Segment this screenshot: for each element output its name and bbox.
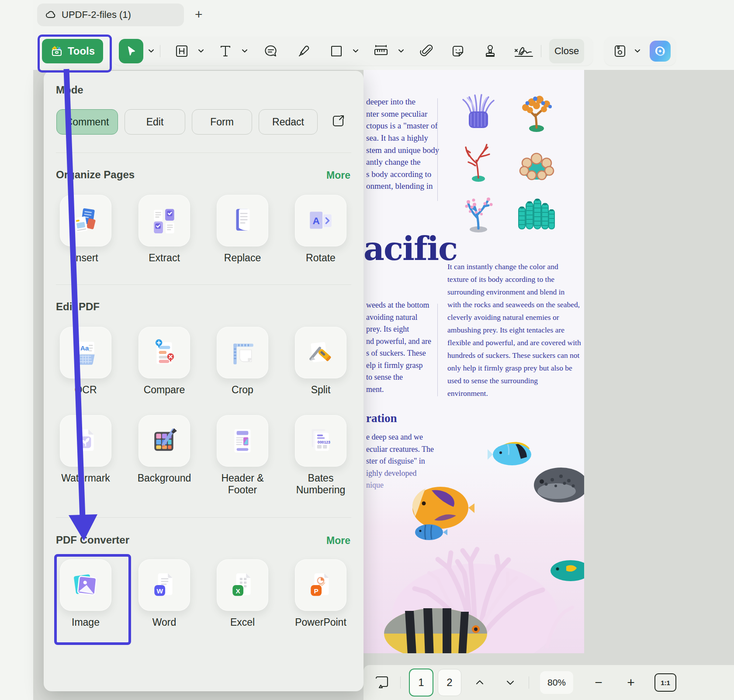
tool-item-insert[interactable]: Insert <box>51 195 121 264</box>
zoom-level[interactable]: 80% <box>540 671 573 694</box>
previous-page-button[interactable] <box>472 677 488 688</box>
tool-item-extract[interactable]: Extract <box>129 195 199 264</box>
tools-label: Tools <box>68 45 95 57</box>
tool-item-rotate[interactable]: A Rotate <box>286 195 356 264</box>
sticker-icon <box>450 44 465 59</box>
text-tool-button[interactable] <box>217 42 234 60</box>
open-in-new-icon <box>331 114 346 128</box>
column-divider <box>437 304 438 396</box>
crop-icon <box>228 338 257 367</box>
heading-tool-button[interactable] <box>173 42 190 60</box>
tool-item-ocr[interactable]: Aa OCR <box>51 327 121 396</box>
text-tool-caret[interactable] <box>240 46 249 55</box>
column-divider <box>437 98 438 201</box>
signature-icon <box>513 44 535 59</box>
tab-title: UPDF-2-files (1) <box>62 9 131 21</box>
tool-item-compare[interactable]: Compare <box>129 327 199 396</box>
attach-tool-button[interactable] <box>418 42 435 60</box>
tool-item-bates[interactable]: 000123 Bates Numbering <box>286 415 356 496</box>
panel-divider <box>56 152 351 153</box>
signature-tool-button[interactable] <box>513 42 536 60</box>
chevron-down-icon <box>240 46 249 55</box>
sticker-tool-button[interactable] <box>449 42 467 60</box>
ai-assistant-button[interactable] <box>650 41 671 62</box>
insert-icon <box>71 206 100 235</box>
tool-item-crop[interactable]: Crop <box>208 327 277 396</box>
mode-form-button[interactable]: Form <box>192 109 252 135</box>
save-button[interactable] <box>611 42 629 60</box>
measure-tool-button[interactable] <box>372 42 390 60</box>
close-button[interactable]: Close <box>549 39 584 63</box>
document-tab[interactable]: UPDF-2-files (1) <box>37 3 184 26</box>
page-1-button[interactable]: 1 <box>409 669 433 697</box>
chevron-up-icon <box>474 677 485 688</box>
shape-tool-button[interactable] <box>328 42 345 60</box>
toolbar-divider <box>160 45 160 57</box>
ai-swirl-icon <box>653 44 668 59</box>
save-caret[interactable] <box>633 46 642 55</box>
stamp-icon <box>483 44 498 59</box>
watermark-icon <box>71 426 100 455</box>
tool-item-replace[interactable]: Replace <box>208 195 277 264</box>
stamp-tool-button[interactable] <box>481 42 499 60</box>
tool-item-excel[interactable]: X Excel <box>208 559 277 628</box>
excel-converter-icon: X <box>228 571 257 600</box>
tools-button[interactable]: Tools <box>42 39 103 63</box>
mode-redact-button[interactable]: Redact <box>259 109 318 135</box>
highlight-tool-button[interactable] <box>295 42 313 60</box>
mode-comment-button[interactable]: Comment <box>56 109 118 135</box>
heading-icon <box>174 44 189 59</box>
tools-panel: Mode Comment Edit Form Redact Organize P… <box>44 71 364 691</box>
page-2-button[interactable]: 2 <box>438 669 461 696</box>
next-page-button[interactable] <box>502 677 518 688</box>
tool-item-background[interactable]: Background <box>129 415 199 484</box>
figure-pink-blue-coral <box>454 187 502 235</box>
mode-edit-button[interactable]: Edit <box>125 109 185 135</box>
organize-more-link[interactable]: More <box>326 170 350 181</box>
bottom-bar: 1 2 80% − + 1:1 <box>364 665 734 700</box>
highlighter-icon <box>297 44 312 59</box>
pdf-page[interactable]: deeper into the nter some peculiar ctopu… <box>364 70 584 653</box>
panel-divider <box>56 517 351 518</box>
powerpoint-converter-icon: P <box>306 571 335 600</box>
square-icon <box>329 44 344 59</box>
cloud-icon <box>45 9 56 21</box>
new-tab-button[interactable]: + <box>195 7 203 22</box>
chevron-down-icon <box>147 46 156 55</box>
heading-tool-caret[interactable] <box>197 46 205 55</box>
tool-item-powerpoint[interactable]: P PowerPoint <box>286 559 356 628</box>
close-label: Close <box>554 45 579 57</box>
panel-divider <box>56 284 351 285</box>
edit-pdf-heading: Edit PDF <box>56 301 100 313</box>
measure-tool-caret[interactable] <box>397 46 405 55</box>
open-in-new-button[interactable] <box>331 114 346 130</box>
split-icon <box>306 338 335 367</box>
tool-item-split[interactable]: Split <box>286 327 356 396</box>
zoom-out-button[interactable]: − <box>591 675 606 690</box>
comment-tool-button[interactable] <box>262 42 280 60</box>
save-icon <box>613 44 627 59</box>
header-footer-icon <box>228 426 257 455</box>
word-converter-icon: W <box>150 571 179 600</box>
figure-purple-anemone <box>454 87 502 135</box>
doc-section-heading: ration <box>366 412 397 425</box>
converter-more-link[interactable]: More <box>326 535 350 547</box>
svg-text:000123: 000123 <box>318 440 330 444</box>
rotate-icon: A <box>306 206 335 235</box>
figure-red-branch-coral <box>454 137 502 185</box>
select-tool-caret[interactable] <box>147 46 156 55</box>
shape-tool-caret[interactable] <box>351 46 360 55</box>
tool-item-word[interactable]: W Word <box>129 559 199 628</box>
tool-item-image[interactable]: Image <box>51 559 121 628</box>
text-icon <box>218 44 233 59</box>
tool-item-watermark[interactable]: Watermark <box>51 415 121 484</box>
zoom-in-button[interactable]: + <box>623 675 639 690</box>
actual-size-button[interactable]: 1:1 <box>654 673 676 692</box>
present-button[interactable] <box>374 675 390 690</box>
ocr-icon: Aa <box>71 338 100 367</box>
select-tool-button[interactable] <box>119 39 143 63</box>
chevron-down-icon <box>505 677 516 688</box>
bar-divider <box>529 676 529 689</box>
tool-item-header-footer[interactable]: Header & Footer <box>208 415 277 496</box>
figure-orange-coral-tree <box>512 87 561 135</box>
